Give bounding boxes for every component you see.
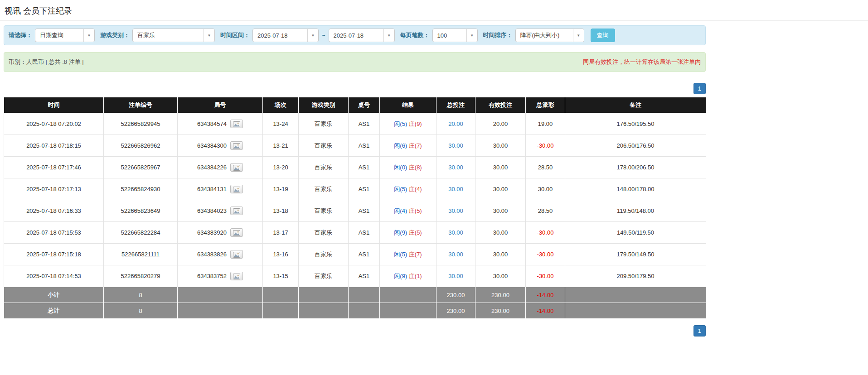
page-header: 视讯 会员下注纪录 <box>0 0 868 21</box>
page-size-label: 每页笔数： <box>400 31 430 39</box>
result-cell: 闲(4) 庄(5) <box>380 200 436 222</box>
game-type-select[interactable]: 百家乐 ▼ <box>132 29 215 42</box>
round-image-button[interactable] <box>230 207 243 215</box>
banker-result: 庄(5) <box>409 229 422 236</box>
query-type-select[interactable]: 日期查询 ▼ <box>35 29 95 42</box>
valid-bet-cell: 30.00 <box>475 200 526 222</box>
payout-cell: 30.00 <box>526 178 565 200</box>
time-cell: 2025-07-18 07:16:33 <box>4 200 104 222</box>
chevron-down-icon: ▼ <box>573 29 584 42</box>
table-number-cell: AS1 <box>349 265 380 287</box>
round-image-button[interactable] <box>230 185 243 193</box>
round-image-button[interactable] <box>230 250 243 259</box>
game-type-cell: 百家乐 <box>299 222 349 244</box>
banker-result: 庄(7) <box>409 142 422 149</box>
page-size-value: 100 <box>433 32 466 39</box>
pagination-bottom: 1 <box>4 325 706 337</box>
total-bet-link[interactable]: 30.00 <box>448 186 463 192</box>
result-cell: 闲(5) 庄(7) <box>380 244 436 265</box>
game-type-cell: 百家乐 <box>299 113 349 135</box>
banker-result: 庄(8) <box>409 164 422 171</box>
valid-bet-cell: 30.00 <box>475 178 526 200</box>
bet-id-cell: 522665821111 <box>104 244 178 265</box>
game-type-cell: 百家乐 <box>299 157 349 178</box>
table-number-cell: AS1 <box>349 157 380 178</box>
time-sort-select[interactable]: 降幂(由大到小) ▼ <box>515 29 584 42</box>
remark-cell: 119.50/148.00 <box>565 200 706 222</box>
session-cell: 13-19 <box>263 178 299 200</box>
date-from-select[interactable]: 2025-07-18 ▼ <box>252 29 319 42</box>
round-cell: 634384300 <box>178 135 263 157</box>
session-cell: 13-21 <box>263 135 299 157</box>
round-image-button[interactable] <box>230 272 243 280</box>
time-cell: 2025-07-18 07:17:13 <box>4 178 104 200</box>
round-cell: 634384023 <box>178 200 263 222</box>
banker-result: 庄(9) <box>409 120 422 127</box>
total-bet-link[interactable]: 30.00 <box>448 207 463 214</box>
time-cell: 2025-07-18 07:20:02 <box>4 113 104 135</box>
remark-cell: 149.50/119.50 <box>565 222 706 244</box>
photo-icon <box>233 187 240 192</box>
photo-icon <box>233 165 240 171</box>
column-header: 游戏类别 <box>299 97 349 113</box>
payout-cell: -30.00 <box>526 135 565 157</box>
payout-cell: 28.50 <box>526 200 565 222</box>
session-cell: 13-17 <box>263 222 299 244</box>
game-type-value: 百家乐 <box>133 31 204 39</box>
game-type-cell: 百家乐 <box>299 178 349 200</box>
player-result: 闲(0) <box>394 164 407 171</box>
remark-cell: 178.00/206.50 <box>565 157 706 178</box>
table-number-cell: AS1 <box>349 113 380 135</box>
payout-cell: -30.00 <box>526 265 565 287</box>
round-image-button[interactable] <box>230 228 243 237</box>
payout-cell: -30.00 <box>526 222 565 244</box>
page-1-button[interactable]: 1 <box>693 83 706 94</box>
round-image-button[interactable] <box>230 120 243 128</box>
remark-cell: 176.50/195.50 <box>565 113 706 135</box>
column-header: 场次 <box>263 97 299 113</box>
result-cell: 闲(0) 庄(8) <box>380 157 436 178</box>
summary-total-bet-cell: 230.00 <box>436 303 475 319</box>
session-cell: 13-16 <box>263 244 299 265</box>
player-result: 闲(9) <box>394 273 407 279</box>
total-bet-link[interactable]: 30.00 <box>448 142 463 149</box>
banker-result: 庄(5) <box>409 207 422 214</box>
bets-table: 时间注单编号局号场次游戏类别桌号结果总投注有效投注总派彩备注 2025-07-1… <box>4 97 706 319</box>
game-type-cell: 百家乐 <box>299 135 349 157</box>
total-bet-cell: 30.00 <box>436 265 475 287</box>
total-bet-link[interactable]: 30.00 <box>448 229 463 236</box>
grand-total-row: 总计8230.00230.00-14.00 <box>4 303 706 319</box>
date-to-select[interactable]: 2025-07-18 ▼ <box>329 29 395 42</box>
total-bet-link[interactable]: 30.00 <box>448 164 463 171</box>
subtotal-row: 小计8230.00230.00-14.00 <box>4 287 706 303</box>
table-number-cell: AS1 <box>349 178 380 200</box>
search-button[interactable]: 查询 <box>591 29 615 42</box>
round-number: 634384300 <box>197 142 227 149</box>
player-result: 闲(9) <box>394 229 407 236</box>
range-separator: ~ <box>322 32 325 39</box>
round-cell: 634383826 <box>178 244 263 265</box>
bet-id-cell: 522665822284 <box>104 222 178 244</box>
result-cell: 闲(9) 庄(1) <box>380 265 436 287</box>
valid-bet-cell: 30.00 <box>475 265 526 287</box>
photo-icon <box>233 274 240 279</box>
page-size-select[interactable]: 100 ▼ <box>432 29 478 42</box>
banker-result: 庄(4) <box>409 186 422 192</box>
round-image-button[interactable] <box>230 141 243 150</box>
total-bet-link[interactable]: 30.00 <box>448 273 463 279</box>
total-bet-link[interactable]: 20.00 <box>448 120 463 127</box>
round-cell: 634383752 <box>178 265 263 287</box>
table-header-row: 时间注单编号局号场次游戏类别桌号结果总投注有效投注总派彩备注 <box>4 97 706 113</box>
result-cell: 闲(5) 庄(4) <box>380 178 436 200</box>
bet-id-cell: 522665823649 <box>104 200 178 222</box>
column-header: 结果 <box>380 97 436 113</box>
page-1-button[interactable]: 1 <box>693 325 706 337</box>
bet-id-cell: 522665820279 <box>104 265 178 287</box>
total-bet-link[interactable]: 30.00 <box>448 251 463 258</box>
summary-payout-cell: -14.00 <box>526 303 565 319</box>
photo-icon <box>233 143 240 149</box>
round-number: 634384131 <box>197 186 227 192</box>
round-image-button[interactable] <box>230 163 243 172</box>
valid-bet-cell: 30.00 <box>475 157 526 178</box>
time-sort-value: 降幂(由大到小) <box>516 31 573 39</box>
